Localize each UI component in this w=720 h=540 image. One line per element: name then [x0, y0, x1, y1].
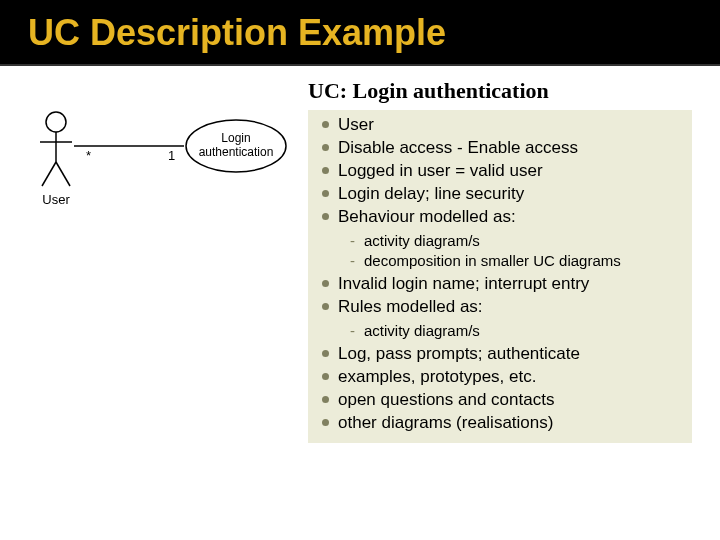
- actor-label: User: [42, 192, 70, 207]
- mult-one: 1: [168, 148, 175, 163]
- uml-diagram: User * 1 Login authentication: [28, 78, 298, 443]
- slide: UC Description Example User * 1 Login au…: [0, 0, 720, 540]
- bullet-text: Login delay; line security: [338, 184, 524, 203]
- bullet-item: Rules modelled as:activity diagram/s: [318, 296, 682, 341]
- bullet-item: User: [318, 114, 682, 137]
- bullet-text: open questions and contacts: [338, 390, 554, 409]
- bullet-item: Log, pass prompts; authenticate: [318, 343, 682, 366]
- bullet-item: Disable access - Enable access: [318, 137, 682, 160]
- bullet-text: User: [338, 115, 374, 134]
- uc-label-1: Login: [221, 131, 250, 145]
- sub-bullet-item: decomposition in smaller UC diagrams: [350, 251, 682, 271]
- bullet-text: Log, pass prompts; authenticate: [338, 344, 580, 363]
- bullet-item: examples, prototypes, etc.: [318, 366, 682, 389]
- bullet-item: Login delay; line security: [318, 183, 682, 206]
- mult-star: *: [86, 148, 91, 163]
- actor-usecase-diagram: User * 1 Login authentication: [28, 104, 288, 244]
- content-area: User * 1 Login authentication UC: Login …: [0, 66, 720, 443]
- sub-list: activity diagram/sdecomposition in small…: [338, 231, 682, 272]
- title-band: UC Description Example: [0, 0, 720, 66]
- svg-point-0: [46, 112, 66, 132]
- sub-list: activity diagram/s: [338, 321, 682, 341]
- bullet-text: Disable access - Enable access: [338, 138, 578, 157]
- bullet-text: other diagrams (realisations): [338, 413, 553, 432]
- sub-bullet-item: activity diagram/s: [350, 231, 682, 251]
- uc-heading: UC: Login authentication: [308, 78, 692, 104]
- svg-line-3: [42, 162, 56, 186]
- bullet-text: Logged in user = valid user: [338, 161, 543, 180]
- bullet-text: examples, prototypes, etc.: [338, 367, 536, 386]
- svg-line-4: [56, 162, 70, 186]
- text-column: UC: Login authentication UserDisable acc…: [308, 78, 692, 443]
- bullet-item: Logged in user = valid user: [318, 160, 682, 183]
- bullet-item: Behaviour modelled as:activity diagram/s…: [318, 206, 682, 271]
- bullet-text: Behaviour modelled as:: [338, 207, 516, 226]
- bullet-box: UserDisable access - Enable accessLogged…: [308, 110, 692, 443]
- slide-title: UC Description Example: [28, 12, 720, 54]
- bullet-text: Rules modelled as:: [338, 297, 483, 316]
- bullet-list: UserDisable access - Enable accessLogged…: [318, 114, 682, 435]
- bullet-text: Invalid login name; interrupt entry: [338, 274, 589, 293]
- sub-bullet-item: activity diagram/s: [350, 321, 682, 341]
- bullet-item: Invalid login name; interrupt entry: [318, 273, 682, 296]
- bullet-item: other diagrams (realisations): [318, 412, 682, 435]
- bullet-item: open questions and contacts: [318, 389, 682, 412]
- uc-label-2: authentication: [199, 145, 274, 159]
